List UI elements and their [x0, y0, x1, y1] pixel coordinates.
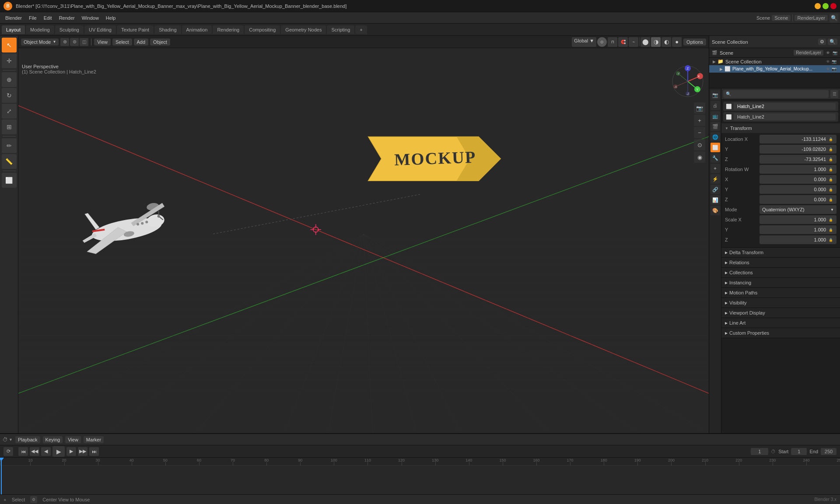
annotate-tool[interactable]: ✏ — [2, 138, 17, 153]
location-x-field[interactable]: -133.11244 🔒 — [760, 135, 836, 144]
prop-render-btn[interactable]: 📷 — [710, 90, 720, 100]
prop-particle-btn[interactable]: ✦ — [710, 164, 720, 173]
lock-rz-icon[interactable]: 🔒 — [829, 198, 833, 202]
select-menu[interactable]: Select — [112, 38, 132, 46]
tab-texture-paint[interactable]: Texture Paint — [117, 25, 154, 34]
lock-sy-icon[interactable]: 🔒 — [829, 228, 833, 232]
location-y-field[interactable]: -109.02820 🔒 — [760, 145, 836, 154]
loop-toggle[interactable]: ⟳ — [4, 447, 13, 456]
viewport-canvas[interactable]: MOCKUP User Perspective (1) Scene Collec… — [18, 48, 709, 433]
current-frame-input[interactable]: 1 — [751, 448, 768, 455]
measure-tool[interactable]: 📏 — [2, 154, 17, 169]
tab-shading[interactable]: Shading — [154, 25, 181, 34]
lock-x-icon[interactable]: 🔒 — [829, 137, 833, 141]
play-back-btn[interactable]: ◀ — [41, 447, 51, 456]
solid-shading[interactable]: ⬤ — [640, 37, 650, 47]
snap-toggle[interactable]: 🧲 — [618, 37, 628, 47]
prop-output-btn[interactable]: 🖨 — [710, 101, 720, 110]
object-menu[interactable]: Object — [150, 38, 170, 46]
tab-uv-editing[interactable]: UV Editing — [84, 25, 116, 34]
prop-data-btn[interactable]: 📊 — [710, 195, 720, 205]
transform-section-header[interactable]: ▼ Transform — [721, 123, 840, 133]
proportional-edit[interactable]: ⊓ — [608, 37, 617, 47]
add-menu[interactable]: Add — [134, 38, 149, 46]
render-layer-btn[interactable]: RenderLayer — [794, 50, 823, 56]
menu-file[interactable]: File — [25, 14, 40, 21]
lock-sz-icon[interactable]: 🔒 — [829, 238, 833, 242]
outliner-eye[interactable]: 👁 — [826, 51, 830, 55]
play-btn[interactable]: ▶ — [52, 446, 65, 457]
menu-edit[interactable]: Edit — [40, 14, 56, 21]
collection-camera[interactable]: 📷 — [832, 60, 836, 64]
prop-modifier-btn[interactable]: 🔧 — [710, 153, 720, 163]
scale-y-field[interactable]: 1.000 🔒 — [760, 225, 836, 234]
outliner-filter[interactable]: ⚙ — [818, 38, 826, 45]
object-item[interactable]: ▶ ⬜ Plane_with_Big_Yellow_Aerial_Mockup.… — [709, 65, 840, 73]
outliner-camera[interactable]: 📷 — [833, 51, 837, 55]
menu-window[interactable]: Window — [78, 14, 102, 21]
playhead[interactable] — [1, 458, 2, 494]
instancing-section[interactable]: ▶ Instancing — [721, 278, 840, 288]
global-dropdown[interactable]: Global ▼ — [572, 37, 596, 47]
render-preview-btn[interactable]: ◉ — [694, 151, 705, 163]
options-btn[interactable]: Options — [683, 38, 706, 46]
lock-rx-icon[interactable]: 🔒 — [829, 178, 833, 182]
minimize-button[interactable] — [815, 3, 821, 9]
marker-menu[interactable]: Marker — [84, 436, 104, 443]
rotation-x-field[interactable]: 0.000 🔒 — [760, 175, 836, 184]
timeline-ruler[interactable]: 1102030405060708090100110120130140150160… — [0, 458, 840, 494]
lock-rw-icon[interactable]: 🔒 — [829, 168, 833, 172]
start-frame-input[interactable]: 1 — [791, 448, 807, 455]
object-name-input[interactable]: Hatch_Line2 — [734, 103, 836, 110]
prop-view-layer-btn[interactable]: 📺 — [710, 111, 720, 121]
collections-section[interactable]: ▶ Collections — [721, 268, 840, 278]
collection-eye[interactable]: 👁 — [826, 60, 830, 64]
xray-toggle[interactable]: ◫ — [80, 38, 88, 46]
visibility-section[interactable]: ▶ Visibility — [721, 298, 840, 308]
step-fwd-btn[interactable]: ▶▶ — [78, 447, 88, 456]
prop-world-btn[interactable]: 🌐 — [710, 132, 720, 142]
search-button[interactable]: 🔍 — [830, 14, 838, 22]
rotation-y-field[interactable]: 0.000 🔒 — [760, 185, 836, 194]
rotation-w-field[interactable]: 1.000 🔒 — [760, 165, 836, 174]
motion-paths-section[interactable]: ▶ Motion Paths — [721, 288, 840, 298]
viewport-overlay-toggle[interactable]: ⊚ — [70, 38, 79, 46]
obj-eye[interactable]: 👁 — [826, 67, 830, 71]
keying-menu[interactable]: Keying — [43, 436, 63, 443]
end-frame-input[interactable]: 250 — [821, 448, 836, 455]
props-search-input[interactable] — [731, 91, 826, 97]
tab-animation[interactable]: Animation — [182, 25, 212, 34]
local-global-btn[interactable]: ⊙ — [694, 139, 705, 150]
cursor-tool[interactable]: ✛ — [2, 53, 17, 68]
scale-tool[interactable]: ⤢ — [2, 104, 17, 119]
location-z-field[interactable]: -73.32541 🔒 — [760, 155, 836, 164]
tab-rendering[interactable]: Rendering — [213, 25, 244, 34]
menu-help[interactable]: Help — [102, 14, 119, 21]
proportional-falloff[interactable]: ~ — [629, 37, 638, 47]
status-settings-icon[interactable]: ⚙ — [30, 496, 37, 503]
lock-sx-icon[interactable]: 🔒 — [829, 218, 833, 222]
viewport-3d[interactable]: Object Mode ▼ ⊕ ⊚ ◫ View Select Add Obje… — [18, 36, 709, 433]
tab-sculpting[interactable]: Sculpting — [55, 25, 84, 34]
tab-add[interactable]: + — [355, 25, 367, 34]
scene-selector[interactable]: Scene — [772, 15, 791, 21]
relations-section[interactable]: ▶ Relations — [721, 258, 840, 268]
play-fwd-btn[interactable]: ▶ — [66, 447, 76, 456]
tab-geometry-nodes[interactable]: Geometry Nodes — [281, 25, 326, 34]
playback-menu[interactable]: Playback — [15, 436, 40, 443]
pivot-point-dropdown[interactable]: ⊙ — [597, 37, 607, 47]
prop-object-btn[interactable]: ⬜ — [710, 143, 720, 152]
scale-z-field[interactable]: 1.000 🔒 — [760, 235, 836, 244]
zoom-out-btn[interactable]: − — [694, 127, 705, 138]
zoom-in-btn[interactable]: + — [694, 115, 705, 126]
props-search-wrapper[interactable]: 🔍 — [723, 90, 829, 98]
navigation-gizmo[interactable]: X Y Z -X -Y — [670, 64, 705, 99]
viewport-display-section[interactable]: ▶ Viewport Display — [721, 308, 840, 318]
render-layer-selector[interactable]: RenderLayer — [794, 15, 828, 21]
maximize-button[interactable] — [822, 3, 829, 9]
lock-z-icon[interactable]: 🔒 — [829, 158, 833, 161]
camera-view-btn[interactable]: 📷 — [694, 102, 705, 114]
jump-end-btn[interactable]: ⏭ — [89, 447, 99, 456]
menu-blender[interactable]: Blender — [2, 14, 25, 21]
delta-transform-section[interactable]: ▶ Delta Transform — [721, 248, 840, 258]
